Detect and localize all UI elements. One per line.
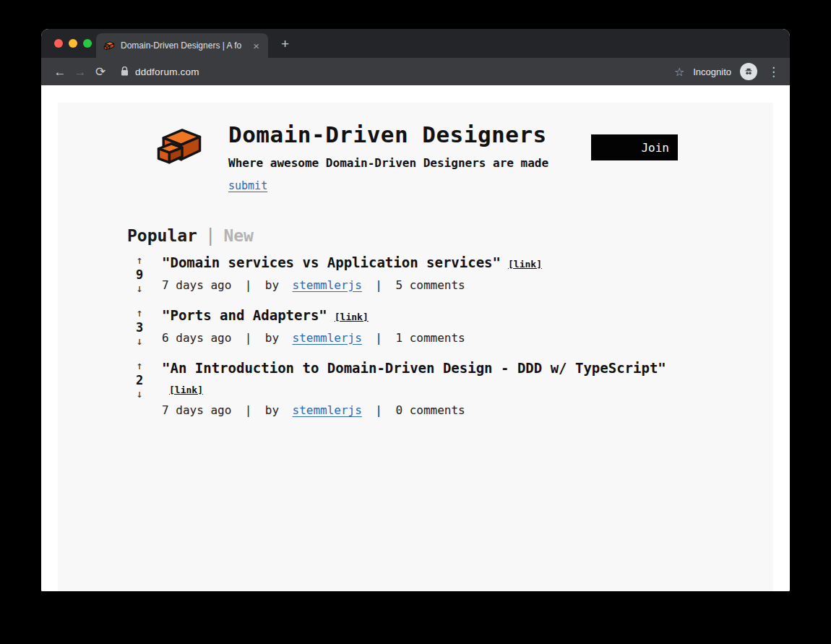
- vote-count: 2: [136, 372, 143, 388]
- post-title-text: "Domain services vs Application services…: [162, 254, 501, 270]
- post-age: 7 days ago: [162, 403, 231, 417]
- post-row: ↑ 2 ↓ "An Introduction to Domain-Driven …: [130, 359, 773, 417]
- post-comments: 1 comments: [395, 331, 465, 345]
- back-icon[interactable]: ←: [50, 66, 70, 78]
- upvote-icon[interactable]: ↑: [136, 254, 142, 267]
- post-title-text: "Ports and Adapters": [162, 307, 327, 323]
- tab-strip: Domain-Driven Designers | A fo × +: [41, 29, 790, 58]
- meta-by-label: by: [265, 331, 279, 345]
- meta-by-label: by: [265, 403, 279, 417]
- site-favicon-brick-icon: [103, 40, 115, 51]
- bookmark-star-icon[interactable]: ☆: [674, 65, 684, 79]
- meta-separator: |: [375, 331, 382, 345]
- browser-window: Domain-Driven Designers | A fo × + ← → ⟳…: [41, 29, 790, 591]
- author-link[interactable]: stemmlerjs: [293, 331, 362, 345]
- post-meta: 7 days ago | by stemmlerjs | 0 comments: [162, 403, 700, 417]
- filter-tabs: Popular | New: [127, 226, 773, 246]
- post-title: "Ports and Adapters"[link]: [162, 306, 472, 326]
- tab-popular[interactable]: Popular: [127, 226, 197, 245]
- page-content: Domain-Driven Designers Where awesome Do…: [41, 85, 790, 591]
- downvote-icon[interactable]: ↓: [136, 283, 142, 295]
- post-comments: 0 comments: [395, 403, 465, 417]
- incognito-label: Incognito: [693, 66, 731, 77]
- post-meta: 6 days ago | by stemmlerjs | 1 comments: [162, 331, 472, 345]
- minimize-window-button[interactable]: [69, 39, 77, 48]
- post-body: "Ports and Adapters"[link] 6 days ago | …: [162, 306, 472, 347]
- brick-logo-icon: [155, 121, 204, 169]
- close-tab-icon[interactable]: ×: [250, 39, 262, 53]
- downvote-icon[interactable]: ↓: [136, 335, 142, 348]
- upvote-icon[interactable]: ↑: [136, 307, 142, 319]
- post-list: ↑ 9 ↓ "Domain services vs Application se…: [130, 253, 773, 417]
- post-meta: 7 days ago | by stemmlerjs | 5 comments: [162, 278, 542, 292]
- meta-by-label: by: [265, 278, 279, 292]
- post-comments: 5 comments: [395, 278, 465, 292]
- author-link[interactable]: stemmlerjs: [293, 403, 362, 417]
- browser-toolbar: ← → ⟳ dddforum.com ☆ Incognito: [41, 58, 790, 85]
- post-body: "Domain services vs Application services…: [162, 253, 542, 294]
- post-row: ↑ 3 ↓ "Ports and Adapters"[link] 6 days …: [130, 306, 773, 347]
- post-link-tag[interactable]: [link]: [169, 385, 203, 395]
- forward-icon[interactable]: →: [70, 66, 90, 78]
- post-link-tag[interactable]: [link]: [508, 259, 542, 270]
- tab-new[interactable]: New: [223, 226, 254, 245]
- post-age: 6 days ago: [162, 331, 231, 345]
- meta-separator: |: [245, 278, 252, 292]
- address-bar[interactable]: dddforum.com: [121, 61, 674, 82]
- meta-separator: |: [375, 278, 382, 292]
- toolbar-right: ☆ Incognito ⋮: [674, 63, 781, 80]
- join-button[interactable]: Join: [591, 134, 678, 160]
- page-title: Domain-Driven Designers: [228, 121, 567, 147]
- close-window-button[interactable]: [54, 39, 63, 48]
- reload-icon[interactable]: ⟳: [90, 66, 111, 78]
- traffic-lights: [54, 39, 92, 48]
- vote-count: 9: [136, 267, 143, 283]
- tab-divider: |: [205, 226, 215, 246]
- post-body: "An Introduction to Domain-Driven Design…: [162, 359, 700, 417]
- site-header: Domain-Driven Designers Where awesome Do…: [58, 103, 773, 192]
- post-row: ↑ 9 ↓ "Domain services vs Application se…: [130, 253, 773, 294]
- post-title: "An Introduction to Domain-Driven Design…: [162, 359, 700, 398]
- vote-count: 3: [136, 319, 143, 335]
- meta-separator: |: [245, 331, 252, 345]
- post-title: "Domain services vs Application services…: [162, 253, 542, 273]
- meta-separator: |: [245, 403, 252, 417]
- new-tab-button[interactable]: +: [277, 35, 293, 52]
- page-subtitle: Where awesome Domain-Driven Designers ar…: [228, 156, 567, 170]
- incognito-badge-icon: [740, 63, 757, 80]
- desktop-background: Domain-Driven Designers | A fo × + ← → ⟳…: [0, 0, 831, 644]
- header-text: Domain-Driven Designers Where awesome Do…: [228, 121, 567, 192]
- url-text[interactable]: dddforum.com: [135, 66, 199, 77]
- post-link-tag[interactable]: [link]: [335, 312, 369, 322]
- post-age: 7 days ago: [162, 278, 231, 292]
- upvote-icon[interactable]: ↑: [136, 360, 142, 372]
- post-title-text: "An Introduction to Domain-Driven Design…: [162, 360, 666, 376]
- meta-separator: |: [375, 403, 382, 417]
- lock-icon[interactable]: [121, 66, 129, 77]
- author-link[interactable]: stemmlerjs: [293, 278, 362, 292]
- vote-column: ↑ 3 ↓: [130, 306, 149, 347]
- content-container: Domain-Driven Designers Where awesome Do…: [58, 103, 773, 591]
- downvote-icon[interactable]: ↓: [136, 388, 142, 400]
- vote-column: ↑ 9 ↓: [130, 253, 149, 294]
- browser-tab[interactable]: Domain-Driven Designers | A fo ×: [96, 33, 268, 58]
- submit-link[interactable]: submit: [228, 179, 267, 192]
- vote-column: ↑ 2 ↓: [130, 359, 149, 417]
- tab-title: Domain-Driven Designers | A fo: [121, 40, 250, 51]
- maximize-window-button[interactable]: [83, 39, 92, 48]
- menu-icon[interactable]: ⋮: [766, 64, 781, 80]
